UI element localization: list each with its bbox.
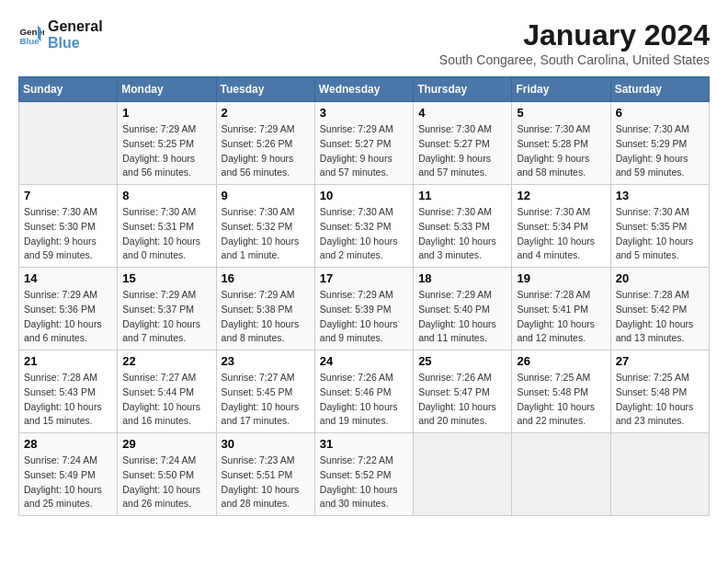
- day-number: 11: [418, 189, 506, 202]
- day-number: 4: [418, 106, 506, 120]
- calendar-cell: 13 Sunrise: 7:30 AM Sunset: 5:35 PM Dayl…: [610, 185, 709, 268]
- daylight-text: Daylight: 10 hours and 25 minutes.: [24, 484, 102, 510]
- sunset-text: Sunset: 5:51 PM: [222, 469, 293, 480]
- day-number: 22: [122, 354, 210, 368]
- day-number: 10: [320, 189, 408, 202]
- sunrise-text: Sunrise: 7:29 AM: [320, 123, 393, 134]
- logo-icon: General Blue: [18, 22, 44, 48]
- sunset-text: Sunset: 5:31 PM: [122, 221, 194, 232]
- weekday-header-thursday: Thursday: [414, 77, 512, 102]
- sunset-text: Sunset: 5:38 PM: [222, 304, 293, 315]
- sunset-text: Sunset: 5:28 PM: [517, 138, 588, 149]
- sunset-text: Sunset: 5:32 PM: [320, 221, 392, 232]
- daylight-text: Daylight: 10 hours and 20 minutes.: [418, 401, 496, 427]
- day-number: 13: [616, 189, 704, 202]
- sunset-text: Sunset: 5:48 PM: [517, 386, 588, 397]
- sunrise-text: Sunrise: 7:26 AM: [418, 372, 492, 383]
- day-info: Sunrise: 7:28 AM Sunset: 5:42 PM Dayligh…: [616, 288, 704, 346]
- calendar-cell: 10 Sunrise: 7:30 AM Sunset: 5:32 PM Dayl…: [314, 185, 413, 268]
- day-info: Sunrise: 7:26 AM Sunset: 5:47 PM Dayligh…: [418, 371, 506, 429]
- calendar-cell: 5 Sunrise: 7:30 AM Sunset: 5:28 PM Dayli…: [512, 102, 610, 185]
- weekday-header-monday: Monday: [118, 77, 216, 102]
- day-info: Sunrise: 7:29 AM Sunset: 5:39 PM Dayligh…: [320, 288, 408, 346]
- daylight-text: Daylight: 9 hours and 57 minutes.: [320, 153, 392, 178]
- calendar-cell: [512, 433, 610, 516]
- sunset-text: Sunset: 5:39 PM: [320, 304, 392, 315]
- daylight-text: Daylight: 9 hours and 57 minutes.: [418, 153, 491, 178]
- daylight-text: Daylight: 9 hours and 56 minutes.: [222, 153, 294, 178]
- sunset-text: Sunset: 5:33 PM: [418, 221, 490, 232]
- day-info: Sunrise: 7:30 AM Sunset: 5:29 PM Dayligh…: [616, 122, 704, 180]
- day-info: Sunrise: 7:29 AM Sunset: 5:38 PM Dayligh…: [222, 288, 310, 346]
- day-number: 27: [616, 354, 704, 368]
- sunset-text: Sunset: 5:48 PM: [616, 386, 688, 397]
- daylight-text: Daylight: 10 hours and 6 minutes.: [24, 318, 102, 344]
- day-info: Sunrise: 7:30 AM Sunset: 5:27 PM Dayligh…: [418, 122, 506, 180]
- sunset-text: Sunset: 5:42 PM: [616, 304, 688, 315]
- daylight-text: Daylight: 10 hours and 4 minutes.: [517, 236, 595, 261]
- sunrise-text: Sunrise: 7:29 AM: [24, 289, 97, 300]
- sunset-text: Sunset: 5:32 PM: [222, 221, 293, 232]
- daylight-text: Daylight: 10 hours and 15 minutes.: [24, 401, 102, 427]
- daylight-text: Daylight: 10 hours and 5 minutes.: [616, 236, 694, 261]
- weekday-header-saturday: Saturday: [610, 77, 709, 102]
- day-number: 14: [24, 271, 112, 285]
- calendar-cell: 11 Sunrise: 7:30 AM Sunset: 5:33 PM Dayl…: [414, 185, 512, 268]
- sunset-text: Sunset: 5:46 PM: [320, 386, 392, 397]
- week-row-3: 14 Sunrise: 7:29 AM Sunset: 5:36 PM Dayl…: [19, 268, 710, 350]
- day-number: 18: [418, 271, 506, 285]
- daylight-text: Daylight: 10 hours and 16 minutes.: [122, 401, 200, 427]
- sunrise-text: Sunrise: 7:28 AM: [616, 289, 689, 300]
- sunrise-text: Sunrise: 7:28 AM: [517, 289, 590, 300]
- sunrise-text: Sunrise: 7:29 AM: [222, 289, 295, 300]
- calendar-cell: [19, 102, 118, 185]
- daylight-text: Daylight: 10 hours and 26 minutes.: [122, 484, 200, 510]
- sunrise-text: Sunrise: 7:30 AM: [517, 206, 590, 217]
- week-row-1: 1 Sunrise: 7:29 AM Sunset: 5:25 PM Dayli…: [19, 102, 710, 185]
- calendar-cell: 20 Sunrise: 7:28 AM Sunset: 5:42 PM Dayl…: [610, 268, 709, 350]
- sunset-text: Sunset: 5:52 PM: [320, 469, 392, 480]
- page-header: General Blue General Blue January 2024 S…: [18, 18, 710, 67]
- day-number: 28: [24, 437, 112, 451]
- sunrise-text: Sunrise: 7:25 AM: [517, 372, 590, 383]
- daylight-text: Daylight: 10 hours and 1 minute.: [222, 236, 300, 261]
- sunrise-text: Sunrise: 7:29 AM: [320, 289, 393, 300]
- daylight-text: Daylight: 9 hours and 59 minutes.: [616, 153, 688, 178]
- day-number: 26: [517, 354, 605, 368]
- calendar-cell: 26 Sunrise: 7:25 AM Sunset: 5:48 PM Dayl…: [512, 350, 610, 433]
- calendar-cell: [414, 433, 512, 516]
- week-row-2: 7 Sunrise: 7:30 AM Sunset: 5:30 PM Dayli…: [19, 185, 710, 268]
- sunset-text: Sunset: 5:41 PM: [517, 304, 588, 315]
- sunset-text: Sunset: 5:37 PM: [122, 304, 194, 315]
- day-info: Sunrise: 7:29 AM Sunset: 5:36 PM Dayligh…: [24, 288, 112, 346]
- sunrise-text: Sunrise: 7:29 AM: [222, 123, 295, 134]
- sunset-text: Sunset: 5:49 PM: [24, 469, 96, 480]
- sunrise-text: Sunrise: 7:30 AM: [418, 123, 492, 134]
- week-row-5: 28 Sunrise: 7:24 AM Sunset: 5:49 PM Dayl…: [19, 433, 710, 516]
- day-info: Sunrise: 7:28 AM Sunset: 5:43 PM Dayligh…: [24, 371, 112, 429]
- sunrise-text: Sunrise: 7:28 AM: [24, 372, 97, 383]
- calendar-cell: 29 Sunrise: 7:24 AM Sunset: 5:50 PM Dayl…: [118, 433, 216, 516]
- day-info: Sunrise: 7:30 AM Sunset: 5:32 PM Dayligh…: [222, 205, 310, 263]
- day-number: 15: [122, 271, 210, 285]
- sunset-text: Sunset: 5:30 PM: [24, 221, 96, 232]
- calendar-cell: 8 Sunrise: 7:30 AM Sunset: 5:31 PM Dayli…: [118, 185, 216, 268]
- sunset-text: Sunset: 5:50 PM: [122, 469, 194, 480]
- calendar-cell: 12 Sunrise: 7:30 AM Sunset: 5:34 PM Dayl…: [512, 185, 610, 268]
- day-number: 2: [222, 106, 310, 120]
- sunrise-text: Sunrise: 7:23 AM: [222, 454, 295, 465]
- day-number: 1: [122, 106, 210, 120]
- daylight-text: Daylight: 10 hours and 23 minutes.: [616, 401, 694, 427]
- calendar-cell: 15 Sunrise: 7:29 AM Sunset: 5:37 PM Dayl…: [118, 268, 216, 350]
- calendar-cell: [610, 433, 709, 516]
- sunrise-text: Sunrise: 7:30 AM: [418, 206, 492, 217]
- sunrise-text: Sunrise: 7:24 AM: [122, 454, 196, 465]
- calendar-cell: 9 Sunrise: 7:30 AM Sunset: 5:32 PM Dayli…: [216, 185, 314, 268]
- daylight-text: Daylight: 10 hours and 28 minutes.: [222, 484, 300, 510]
- calendar-cell: 2 Sunrise: 7:29 AM Sunset: 5:26 PM Dayli…: [216, 102, 314, 185]
- sunset-text: Sunset: 5:36 PM: [24, 304, 96, 315]
- day-info: Sunrise: 7:30 AM Sunset: 5:31 PM Dayligh…: [122, 205, 210, 263]
- day-info: Sunrise: 7:29 AM Sunset: 5:25 PM Dayligh…: [122, 122, 210, 180]
- calendar-cell: 30 Sunrise: 7:23 AM Sunset: 5:51 PM Dayl…: [216, 433, 314, 516]
- weekday-header-friday: Friday: [512, 77, 610, 102]
